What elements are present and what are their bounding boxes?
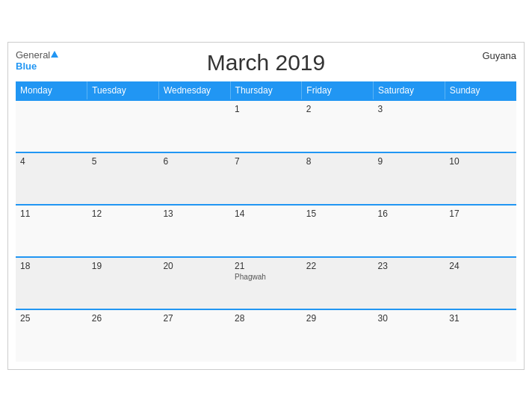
day-number: 10 — [449, 156, 512, 167]
logo: General Blue — [16, 50, 58, 72]
day-number: 1 — [235, 104, 297, 114]
logo-triangle-icon — [51, 51, 58, 58]
day-cell: 12 — [87, 205, 159, 257]
day-cell: 20 — [158, 257, 230, 309]
country-label: Guyana — [482, 50, 516, 61]
week-row-3: 11121314151617 — [16, 205, 516, 257]
day-cell: 19 — [87, 257, 159, 309]
day-number: 3 — [378, 104, 441, 114]
event-label: Phagwah — [235, 273, 297, 281]
day-cell: 23 — [374, 257, 445, 309]
day-number: 15 — [306, 208, 369, 219]
day-cell: 4 — [16, 152, 87, 205]
day-cell: 21Phagwah — [230, 257, 302, 309]
week-row-4: 18192021Phagwah222324 — [16, 257, 516, 309]
day-cell — [158, 100, 230, 152]
day-number: 8 — [306, 156, 369, 167]
day-number: 16 — [378, 208, 441, 219]
day-cell: 13 — [158, 205, 230, 257]
col-friday: Friday — [302, 81, 374, 100]
day-number: 27 — [163, 313, 226, 324]
col-thursday: Thursday — [230, 81, 302, 100]
day-cell: 14 — [230, 205, 302, 257]
day-number: 9 — [378, 156, 441, 167]
col-saturday: Saturday — [374, 81, 445, 100]
header-row: Monday Tuesday Wednesday Thursday Friday… — [16, 81, 516, 100]
day-number: 4 — [20, 156, 83, 167]
col-sunday: Sunday — [445, 81, 516, 100]
day-cell: 15 — [302, 205, 374, 257]
logo-blue-text: Blue — [16, 61, 37, 72]
day-number: 28 — [235, 313, 297, 324]
day-cell — [87, 100, 159, 152]
day-number: 18 — [20, 261, 83, 271]
col-tuesday: Tuesday — [87, 81, 159, 100]
day-number: 17 — [449, 208, 512, 219]
day-cell: 6 — [158, 152, 230, 205]
day-cell: 5 — [87, 152, 159, 205]
day-cell: 18 — [16, 257, 87, 309]
day-number: 20 — [163, 261, 226, 271]
day-cell — [445, 100, 516, 152]
calendar-header: General Blue March 2019 Guyana — [16, 50, 516, 75]
day-cell: 25 — [16, 309, 87, 362]
day-cell: 29 — [302, 309, 374, 362]
day-number: 5 — [92, 156, 155, 167]
day-cell: 9 — [374, 152, 445, 205]
week-row-1: 123 — [16, 100, 516, 152]
day-number: 31 — [449, 313, 512, 324]
day-number: 6 — [163, 156, 226, 167]
day-cell: 28 — [230, 309, 302, 362]
calendar-body: 123456789101112131415161718192021Phagwah… — [16, 100, 516, 362]
day-number: 11 — [20, 208, 83, 219]
day-number: 19 — [92, 261, 155, 271]
week-row-5: 25262728293031 — [16, 309, 516, 362]
day-number: 29 — [306, 313, 369, 324]
day-number: 7 — [235, 156, 297, 167]
day-cell: 11 — [16, 205, 87, 257]
day-cell: 2 — [302, 100, 374, 152]
day-number: 14 — [235, 208, 297, 219]
week-row-2: 45678910 — [16, 152, 516, 205]
col-wednesday: Wednesday — [158, 81, 230, 100]
day-cell: 22 — [302, 257, 374, 309]
day-number: 2 — [306, 104, 369, 114]
day-cell: 1 — [230, 100, 302, 152]
col-monday: Monday — [16, 81, 87, 100]
day-cell: 8 — [302, 152, 374, 205]
day-cell: 31 — [445, 309, 516, 362]
calendar-thead: Monday Tuesday Wednesday Thursday Friday… — [16, 81, 516, 100]
day-cell: 16 — [374, 205, 445, 257]
day-number: 22 — [306, 261, 369, 271]
day-cell: 24 — [445, 257, 516, 309]
day-number: 12 — [92, 208, 155, 219]
day-cell: 26 — [87, 309, 159, 362]
calendar-table: Monday Tuesday Wednesday Thursday Friday… — [16, 81, 516, 362]
day-cell: 27 — [158, 309, 230, 362]
day-cell: 7 — [230, 152, 302, 205]
day-number: 30 — [378, 313, 441, 324]
calendar-container: General Blue March 2019 Guyana Monday Tu… — [7, 42, 525, 370]
day-number: 25 — [20, 313, 83, 324]
calendar-title: March 2019 — [207, 50, 325, 75]
day-number: 23 — [378, 261, 441, 271]
day-number: 24 — [449, 261, 512, 271]
day-cell: 17 — [445, 205, 516, 257]
day-cell — [16, 100, 87, 152]
day-number: 26 — [92, 313, 155, 324]
day-number: 13 — [163, 208, 226, 219]
day-cell: 3 — [374, 100, 445, 152]
day-cell: 30 — [374, 309, 445, 362]
logo-general-text: General — [16, 50, 50, 60]
day-cell: 10 — [445, 152, 516, 205]
day-number: 21 — [235, 261, 297, 271]
